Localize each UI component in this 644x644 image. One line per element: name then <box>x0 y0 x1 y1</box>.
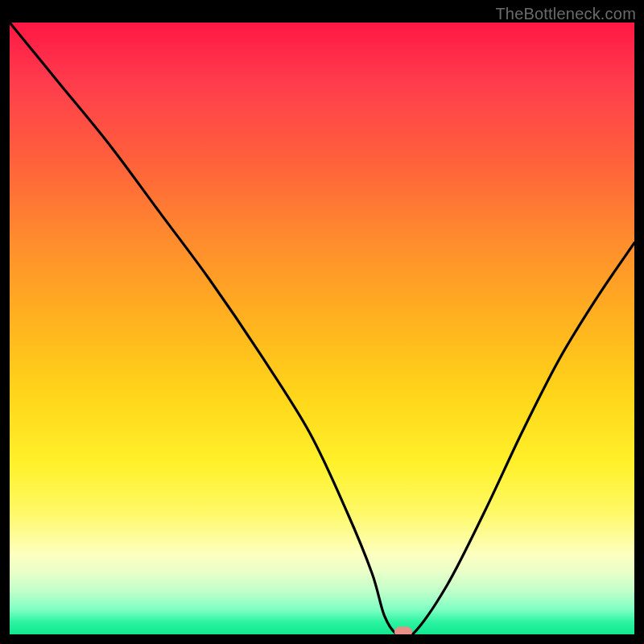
plot-area <box>10 23 634 634</box>
minimum-marker <box>394 627 412 635</box>
bottleneck-curve <box>10 23 634 634</box>
chart-frame: TheBottleneck.com <box>0 0 644 644</box>
watermark-text: TheBottleneck.com <box>495 5 636 23</box>
